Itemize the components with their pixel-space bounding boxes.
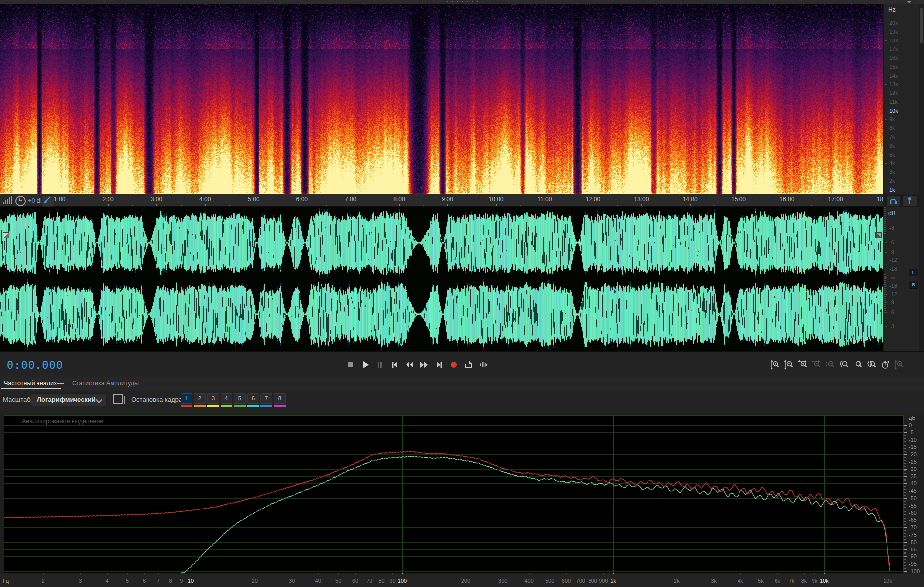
y-axis-label: -5 [909, 430, 914, 435]
y-axis-label: -55 [909, 503, 917, 509]
x-axis-unit: Гц [3, 578, 9, 584]
spectrogram-display[interactable] [0, 4, 883, 194]
frequency-scale-unit: Hz [888, 6, 896, 13]
x-axis-label: 9 [180, 578, 183, 584]
zoom-out-vertical-button[interactable] [782, 359, 795, 370]
zoom-full-button[interactable] [892, 359, 905, 370]
skip-start-button[interactable] [388, 359, 401, 370]
ruler-label: 13:00 [634, 196, 649, 203]
y-axis-label: -25 [909, 459, 917, 465]
frequency-graph[interactable] [0, 414, 924, 577]
marker-button[interactable] [903, 196, 917, 206]
scale-select-value: Логарифмический [37, 396, 96, 403]
frequency-scale-label: 4k [889, 160, 895, 166]
fade-out-handle-icon[interactable] [875, 232, 882, 238]
audition-window: Hz 20k19k18k17k16k15k14k13k12k11k10k9k8k… [0, 0, 924, 587]
skip-selection-button[interactable] [477, 359, 490, 370]
ruler-label: 6:00 [296, 196, 308, 203]
scrollbar-thumb[interactable] [920, 8, 923, 43]
channel-badge-l[interactable]: L [909, 269, 918, 276]
freeze-frame-button-1[interactable]: 1 [181, 393, 192, 404]
x-axis-label: 20k [884, 578, 892, 584]
x-axis-label: 6k [775, 578, 780, 584]
vertical-scrollbar[interactable] [919, 4, 924, 353]
zoom-reset-button[interactable] [823, 359, 836, 370]
panel-menu-icon[interactable] [57, 382, 64, 386]
zoom-in-vertical-button[interactable] [768, 359, 781, 370]
rewind-button[interactable] [403, 359, 416, 370]
x-axis-label: 3 [79, 578, 82, 584]
rewind-icon [404, 359, 415, 371]
grip-handle-icon[interactable] [444, 1, 480, 3]
loop-playback-button[interactable] [462, 359, 475, 370]
zoom-in-point-button[interactable] [837, 359, 850, 370]
zoom-out-horizontal-button[interactable] [810, 359, 822, 370]
amplitude-scale-label: -∞ [889, 274, 895, 280]
zoom-selection-button[interactable] [865, 359, 878, 370]
pin-hud-button[interactable] [41, 195, 54, 207]
time-display[interactable]: 0:00.000 [7, 359, 63, 371]
channel-badge-r[interactable]: R [909, 281, 918, 289]
x-axis-label: 6 [143, 578, 146, 584]
x-axis-label: 2k [674, 578, 680, 584]
fade-in-handle-icon[interactable] [3, 232, 9, 238]
freeze-frame-button-5[interactable]: 5 [234, 393, 246, 404]
stop-button[interactable] [344, 359, 357, 370]
frequency-scale-label: 10k [889, 108, 898, 114]
frequency-scale-label: 6k [889, 143, 895, 149]
graph-y-axis: дБ 0-5-10-15-20-25-30-35-40-45-50-55-60-… [904, 414, 924, 577]
amplitude-scale[interactable]: dB -3-6-9-12-18-∞-18-12-9-6-3LR [883, 207, 919, 351]
zoom-playhead-button[interactable] [879, 359, 891, 370]
ruler-label: 2:00 [102, 196, 113, 203]
tab-frequency-analysis[interactable]: Частотный анализ [4, 380, 57, 387]
skip-end-button[interactable] [433, 359, 445, 370]
pause-button[interactable] [373, 359, 386, 370]
frequency-scale-label: 2k [889, 178, 895, 184]
timeline-ruler[interactable]: 1:002:003:004:005:006:007:008:009:0010:0… [0, 194, 883, 208]
y-axis-label: -75 [909, 532, 917, 538]
y-axis-label: -60 [909, 510, 917, 516]
freeze-frame-button-7[interactable]: 7 [260, 393, 272, 404]
zoom-out-point-button[interactable] [851, 359, 864, 370]
fast-forward-button[interactable] [418, 359, 431, 370]
loop-playback-icon [463, 359, 475, 371]
record-button[interactable] [447, 359, 460, 370]
skip-end-icon [433, 359, 445, 371]
play-button[interactable] [359, 359, 371, 370]
amplitude-scale-label: -6 [889, 309, 894, 315]
freeze-color-swatch [234, 405, 246, 407]
copy-graph-button[interactable] [113, 394, 123, 404]
x-axis-label: 200 [461, 578, 470, 584]
freeze-frame-button-6[interactable]: 6 [247, 393, 259, 404]
play-icon [359, 359, 371, 371]
dropdown-arrow-icon[interactable] [907, 1, 912, 3]
frequency-scale-label: 16k [889, 55, 898, 61]
scale-select[interactable]: Логарифмический [31, 393, 107, 406]
frequency-scale[interactable]: Hz 20k19k18k17k16k15k14k13k12k11k10k9k8k… [883, 4, 919, 194]
freeze-color-swatch [247, 405, 259, 407]
waveform-display[interactable] [0, 207, 883, 351]
freeze-frame-button-3[interactable]: 3 [207, 393, 219, 404]
x-axis-label: 500 [545, 578, 554, 584]
y-axis-label: -40 [909, 480, 917, 486]
freeze-color-swatch [260, 405, 272, 407]
frequency-scale-label: 7k [889, 134, 895, 140]
freeze-frame-button-4[interactable]: 4 [221, 393, 232, 404]
x-axis-label: 40 [315, 578, 321, 584]
tab-amplitude-statistics[interactable]: Статистика Амплитуды [72, 380, 139, 387]
freeze-frame-button-2[interactable]: 2 [194, 393, 206, 404]
graph-x-axis: Гц 2345678910203040506070809010020030040… [0, 574, 924, 587]
freeze-frame-button-8[interactable]: 8 [274, 393, 286, 404]
skip-start-icon [389, 359, 401, 371]
frequency-scale-label: 1k [889, 187, 895, 193]
y-axis-label: -35 [909, 473, 917, 479]
zoom-in-horizontal-button[interactable] [796, 359, 809, 370]
x-axis-label: 8k [801, 578, 807, 584]
stop-icon [344, 359, 356, 371]
x-axis-label: 8 [169, 578, 172, 584]
y-axis-unit: дБ [909, 415, 916, 421]
ruler-label: 16:00 [779, 196, 794, 203]
y-axis-label: -65 [909, 517, 917, 523]
ruler-label: 14:00 [683, 196, 698, 203]
monitor-button[interactable] [887, 196, 900, 206]
